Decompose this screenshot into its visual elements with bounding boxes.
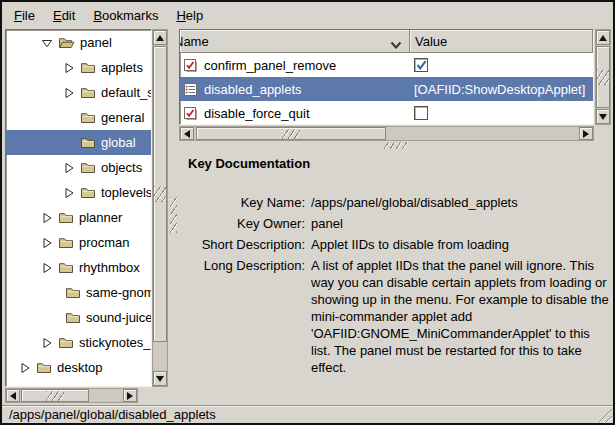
menu-item-help[interactable]: Help <box>167 5 212 26</box>
folder-icon <box>80 136 96 149</box>
thumb-grip-icon <box>154 186 166 202</box>
table-vscrollbar-thumb[interactable] <box>596 46 610 108</box>
folder-icon <box>58 211 74 224</box>
tree-item-same-gnome[interactable]: same-gnome <box>6 280 151 305</box>
tree-item-applets[interactable]: applets <box>6 55 151 80</box>
expander-icon[interactable] <box>19 362 33 374</box>
tree-item-label: toplevels <box>101 185 152 200</box>
scroll-left-button[interactable] <box>180 127 194 140</box>
arrow-up-icon <box>156 35 164 41</box>
expander-icon[interactable] <box>63 187 77 199</box>
tree-item-general[interactable]: general <box>6 105 151 130</box>
folder-open-icon <box>58 36 75 49</box>
value-checkbox[interactable] <box>414 106 428 120</box>
tree-item-label: schemas <box>57 385 109 387</box>
sort-indicator-icon <box>390 38 402 53</box>
expander-icon[interactable] <box>41 212 55 224</box>
tree-hscrollbar[interactable] <box>5 388 138 403</box>
folder-icon <box>65 286 81 299</box>
tree-item-label: panel <box>80 35 112 50</box>
horizontal-pane-splitter[interactable] <box>169 29 179 402</box>
thumb-grip-icon <box>46 391 64 401</box>
value-checkbox[interactable] <box>414 58 428 72</box>
menu-item-file[interactable]: File <box>5 5 44 26</box>
table-header: Name Value <box>180 30 593 53</box>
tree-item-panel[interactable]: panel <box>6 30 151 55</box>
expander-icon[interactable] <box>19 387 33 388</box>
tree-item-label: default_se <box>101 85 152 100</box>
column-header-name[interactable]: Name <box>180 30 410 53</box>
key-value-cell <box>410 106 593 120</box>
tree-item-label: procman <box>79 235 130 250</box>
expander-icon[interactable] <box>63 87 77 99</box>
menu-item-edit[interactable]: Edit <box>44 5 84 26</box>
folder-icon <box>36 386 52 387</box>
tree-item-label: stickynotes_ <box>79 335 151 350</box>
splitter-grip-icon <box>382 142 408 149</box>
tree-item-toplevels[interactable]: toplevels <box>6 180 151 205</box>
expander-spacer <box>63 112 77 124</box>
tree-item-objects[interactable]: objects <box>6 155 151 180</box>
tree-item-label: same-gnome <box>86 285 152 300</box>
menu-item-bookmarks[interactable]: Bookmarks <box>84 5 167 26</box>
tree-item-procman[interactable]: procman <box>6 230 151 255</box>
key-name-label: disable_force_quit <box>204 106 310 121</box>
menubar: FileEditBookmarksHelp <box>2 2 613 29</box>
tree-item-schemas[interactable]: schemas <box>6 380 151 387</box>
column-header-name-label: Name <box>183 34 209 49</box>
key-name-label: Key Name: <box>179 194 305 211</box>
tree-item-label: objects <box>101 160 142 175</box>
key-name-label: confirm_panel_remove <box>204 58 336 73</box>
column-header-value[interactable]: Value <box>410 30 593 53</box>
key-name-label: disabled_applets <box>204 82 302 97</box>
config-tree: panelappletsdefault_segeneralglobalobjec… <box>5 29 152 387</box>
scroll-right-button[interactable] <box>579 127 593 140</box>
list-key-icon <box>183 82 198 97</box>
tree-item-desktop[interactable]: desktop <box>6 355 151 380</box>
expander-icon[interactable] <box>63 62 77 74</box>
tree-item-sound-juicer[interactable]: sound-juicer <box>6 305 151 330</box>
column-header-value-label: Value <box>415 34 447 49</box>
scroll-down-button[interactable] <box>596 109 610 124</box>
scroll-right-button[interactable] <box>123 389 137 402</box>
table-row-confirm-panel-remove[interactable]: confirm_panel_remove <box>180 53 593 77</box>
expander-spacer <box>48 287 62 299</box>
table-body: confirm_panel_removedisabled_applets[OAF… <box>180 53 593 125</box>
expander-spacer <box>48 312 62 324</box>
expander-icon[interactable] <box>41 337 55 349</box>
table-vscrollbar[interactable] <box>595 29 611 125</box>
tree-item-planner[interactable]: planner <box>6 205 151 230</box>
scroll-down-button[interactable] <box>153 371 167 386</box>
long-description-value: A list of applet IIDs that the panel wil… <box>311 257 610 376</box>
short-description-value: Applet IIDs to disable from loading <box>311 236 610 253</box>
tree-hscrollbar-thumb[interactable] <box>21 389 89 402</box>
vertical-pane-splitter[interactable] <box>179 141 610 150</box>
table-row-disabled-applets[interactable]: disabled_applets[OAFIID:ShowDesktopApple… <box>180 77 593 101</box>
folder-icon <box>80 161 96 174</box>
tree-item-label: sound-juicer <box>86 310 152 325</box>
expander-icon[interactable] <box>41 37 55 49</box>
tree-item-stickynotes[interactable]: stickynotes_ <box>6 330 151 355</box>
tree-item-rhythmbox[interactable]: rhythmbox <box>6 255 151 280</box>
table-row-disable-force-quit[interactable]: disable_force_quit <box>180 101 593 125</box>
expander-icon[interactable] <box>41 237 55 249</box>
expander-icon[interactable] <box>41 262 55 274</box>
table-hscrollbar[interactable] <box>179 126 594 141</box>
tree-vscrollbar[interactable] <box>152 29 168 387</box>
folder-icon <box>80 86 96 99</box>
key-documentation-pane: Key Documentation Key Name:/apps/panel/g… <box>179 150 610 404</box>
arrow-down-icon <box>156 376 164 382</box>
scroll-up-button[interactable] <box>596 30 610 45</box>
tree-vscrollbar-thumb[interactable] <box>153 46 167 342</box>
tree-item-global[interactable]: global <box>6 130 151 155</box>
table-hscrollbar-thumb[interactable] <box>196 127 386 140</box>
scroll-up-button[interactable] <box>153 30 167 45</box>
tree-item-default-se[interactable]: default_se <box>6 80 151 105</box>
arrow-left-icon <box>184 130 190 138</box>
key-name-cell: confirm_panel_remove <box>180 58 410 73</box>
key-value-cell: [OAFIID:ShowDesktopApplet] <box>410 82 593 97</box>
arrow-down-icon <box>599 114 607 120</box>
scroll-left-button[interactable] <box>6 389 20 402</box>
expander-icon[interactable] <box>63 162 77 174</box>
tree-item-label: desktop <box>57 360 103 375</box>
